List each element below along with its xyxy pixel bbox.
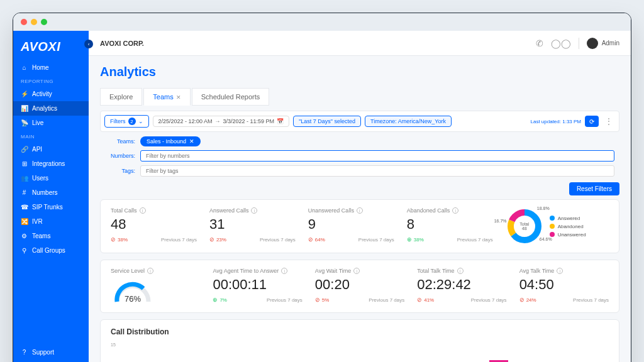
- nav-icon: 📡: [21, 119, 28, 126]
- numbers-input[interactable]: [140, 150, 614, 162]
- metric-avg-talk-time: Avg Talk Timei 04:50 ⊘24%Previous 7 days: [519, 268, 609, 303]
- voicemail-icon[interactable]: ◯◯: [551, 38, 571, 48]
- tab-teams[interactable]: Teams✕: [143, 88, 190, 106]
- remove-chip-icon[interactable]: ✕: [189, 138, 194, 145]
- more-menu-button[interactable]: ⋮: [602, 117, 615, 126]
- delta-icon: ⊘: [417, 297, 422, 303]
- info-icon[interactable]: i: [281, 268, 287, 274]
- nav-item-teams[interactable]: ⚙Teams: [13, 229, 89, 243]
- metric-label: Avg Wait Time: [315, 268, 352, 274]
- legend-item: Answered: [550, 216, 586, 221]
- y-tick: 15: [111, 343, 116, 347]
- avatar: [587, 38, 598, 49]
- minimize-window-icon[interactable]: [31, 19, 37, 25]
- timezone-chip[interactable]: Timezone: America/New_York: [365, 116, 452, 127]
- metric-label: Total Calls: [111, 207, 137, 214]
- tab-explore[interactable]: Explore: [100, 88, 142, 106]
- team-chip[interactable]: Sales - Inbound ✕: [140, 136, 201, 146]
- nav-item-integrations[interactable]: ⊞Integrations: [13, 156, 89, 171]
- metric-previous: Previous 7 days: [267, 297, 303, 303]
- collapse-sidebar-button[interactable]: ‹: [84, 40, 93, 48]
- info-icon[interactable]: i: [357, 207, 363, 214]
- info-icon[interactable]: i: [147, 268, 153, 274]
- metric-delta: ⊘5%: [315, 297, 330, 303]
- legend-dot: [550, 224, 555, 229]
- nav-icon: 🔀: [21, 218, 28, 225]
- close-tab-icon[interactable]: ✕: [176, 94, 181, 101]
- nav-item-api[interactable]: 🔗API: [13, 142, 89, 156]
- nav-item-label: Activity: [32, 90, 52, 97]
- info-icon[interactable]: i: [140, 207, 146, 214]
- nav-item-sip-trunks[interactable]: ☎SIP Trunks: [13, 200, 89, 214]
- metric-value: 04:50: [519, 277, 609, 293]
- nav-icon: ☎: [21, 204, 28, 211]
- metric-answered-calls: Answered Callsi 31 ⊘23%Previous 7 days: [209, 207, 296, 243]
- info-icon[interactable]: i: [457, 268, 464, 274]
- legend-label: Unanswered: [558, 232, 586, 238]
- metric-previous: Previous 7 days: [573, 297, 609, 303]
- company-name: AVOXI CORP.: [100, 40, 144, 47]
- nav-icon: ⊞: [21, 160, 28, 167]
- legend-dot: [550, 232, 555, 237]
- info-icon[interactable]: i: [557, 268, 563, 274]
- nav-item-label: Analytics: [32, 105, 57, 112]
- page-title: Analytics: [100, 65, 619, 79]
- metric-avg-agent-time-to-answer: Avg Agent Time to Answeri 00:00:11 ⊕7%Pr…: [213, 268, 302, 303]
- tags-filter-row: Tags:: [100, 163, 619, 178]
- chevron-down-icon: ⌄: [138, 118, 143, 124]
- date-preset-chip[interactable]: "Last 7 Days" selected: [293, 116, 361, 127]
- nav-item-ivr[interactable]: 🔀IVR: [13, 214, 89, 229]
- metric-delta: ⊕7%: [213, 297, 227, 303]
- tabs: ExploreTeams✕Scheduled Reports: [100, 88, 619, 106]
- tab-label: Scheduled Reports: [201, 93, 260, 101]
- nav-item-analytics[interactable]: 📊Analytics: [13, 101, 89, 116]
- headset-icon[interactable]: ✆: [536, 38, 543, 48]
- metric-value: 8: [407, 216, 493, 233]
- date-range-picker[interactable]: 2/25/2022 - 12:00 AM → 3/3/2022 - 11:59 …: [153, 116, 290, 127]
- reset-filters-button[interactable]: Reset Filters: [569, 182, 619, 195]
- tags-input[interactable]: [140, 165, 614, 177]
- metric-value: 02:29:42: [417, 277, 506, 293]
- nav-item-logout[interactable]: ↩Logout: [13, 359, 89, 362]
- service-level-label: Service Level: [111, 268, 145, 274]
- info-icon[interactable]: i: [251, 207, 257, 214]
- refresh-button[interactable]: ⟳: [585, 116, 599, 127]
- filters-bar: Filters 2 ⌄ 2/25/2022 - 12:00 AM → 3/3/2…: [100, 111, 619, 132]
- service-level-gauge: 76%: [111, 277, 155, 305]
- tab-label: Teams: [153, 93, 173, 101]
- delta-icon: ⊘: [315, 297, 320, 303]
- nav-item-label: Call Groups: [32, 247, 65, 254]
- filters-button[interactable]: Filters 2 ⌄: [104, 115, 149, 128]
- nav-item-activity[interactable]: ⚡Activity: [13, 87, 89, 101]
- info-icon[interactable]: i: [452, 207, 458, 214]
- tags-label: Tags:: [105, 168, 135, 174]
- metric-avg-wait-time: Avg Wait Timei 00:20 ⊘5%Previous 7 days: [315, 268, 404, 303]
- tab-scheduled-reports[interactable]: Scheduled Reports: [192, 88, 270, 106]
- calendar-icon: 📅: [277, 118, 284, 124]
- nav-item-live[interactable]: 📡Live: [13, 116, 89, 130]
- maximize-window-icon[interactable]: [41, 19, 47, 25]
- last-updated: Last updated: 1:33 PM: [531, 119, 582, 124]
- nav-item-numbers[interactable]: #Numbers: [13, 185, 89, 200]
- info-icon[interactable]: i: [353, 268, 360, 274]
- call-distribution-card: Call Distribution 15 10: [100, 319, 619, 362]
- metric-delta: ⊘23%: [209, 236, 226, 243]
- metric-label: Avg Agent Time to Answer: [213, 268, 279, 274]
- user-menu[interactable]: Admin: [579, 38, 619, 49]
- filters-count-badge: 2: [128, 118, 136, 125]
- donut-pct-abandoned: 16.7%: [494, 219, 507, 223]
- donut-center: Total48: [519, 222, 529, 231]
- service-level-value: 76%: [125, 294, 141, 304]
- metric-previous: Previous 7 days: [457, 237, 493, 243]
- nav-icon: 📊: [21, 105, 28, 112]
- metric-label: Total Talk Time: [417, 268, 454, 274]
- nav-item-users[interactable]: 👥Users: [13, 171, 89, 185]
- nav-item-call-groups[interactable]: ⚲Call Groups: [13, 243, 89, 258]
- legend-dot: [550, 216, 555, 221]
- nav-home[interactable]: ⌂Home: [13, 60, 89, 75]
- close-window-icon[interactable]: [21, 19, 27, 25]
- nav-item-label: Support: [32, 349, 54, 356]
- metric-label: Avg Talk Time: [519, 268, 555, 274]
- nav-item-support[interactable]: ?Support: [13, 345, 89, 359]
- nav-item-label: API: [32, 146, 42, 153]
